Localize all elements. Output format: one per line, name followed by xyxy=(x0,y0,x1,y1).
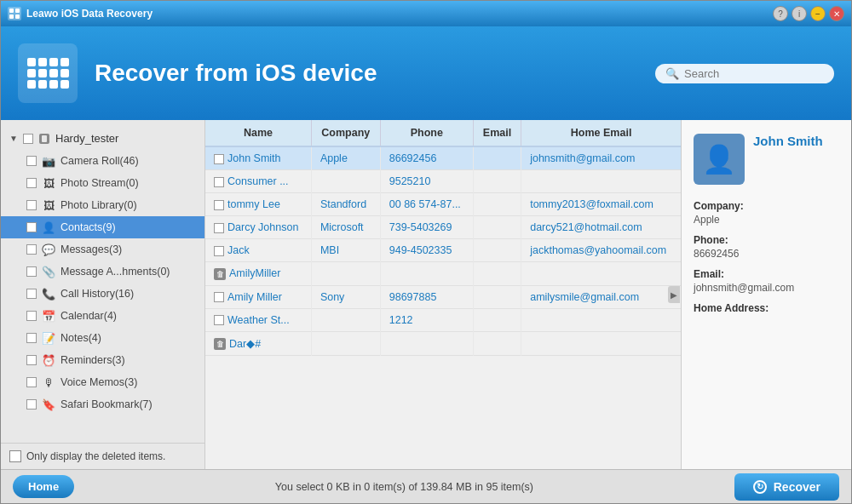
row-checkbox[interactable] xyxy=(214,292,224,302)
info-button[interactable]: i xyxy=(792,6,807,21)
item-checkbox-contacts[interactable] xyxy=(26,222,37,232)
avatar-icon: 👤 xyxy=(702,143,736,175)
cell-name: Darcy Johnson xyxy=(205,216,311,239)
cell-phone: 1212 xyxy=(380,308,473,331)
item-checkbox-voice-memos[interactable] xyxy=(26,377,37,387)
root-checkbox[interactable] xyxy=(23,134,33,144)
row-checkbox[interactable] xyxy=(214,154,224,164)
row-checkbox[interactable] xyxy=(214,315,224,325)
search-input[interactable] xyxy=(684,67,820,80)
sidebar-item-contacts[interactable]: 👤 Contacts(9) xyxy=(1,216,204,238)
recover-button[interactable]: ↻ Recover xyxy=(734,473,839,501)
status-text: You select 0 KB in 0 item(s) of 139.84 M… xyxy=(74,481,734,493)
item-label-camera-roll: Camera Roll(46) xyxy=(60,155,139,167)
item-checkbox-message-attachments[interactable] xyxy=(26,266,37,277)
cell-email xyxy=(473,170,521,193)
sidebar-item-camera-roll[interactable]: 📷 Camera Roll(46) xyxy=(1,150,204,172)
item-checkbox-photo-stream[interactable] xyxy=(26,178,37,188)
sidebar-item-photo-stream[interactable]: 🖼 Photo Stream(0) xyxy=(1,172,204,194)
home-button[interactable]: Home xyxy=(13,475,74,498)
sidebar-item-message-attachments[interactable]: 📎 Message A...hments(0) xyxy=(1,261,204,283)
cell-company: Standford xyxy=(311,193,380,216)
item-checkbox-reminders[interactable] xyxy=(26,355,37,365)
title-bar-left: Leawo iOS Data Recovery xyxy=(8,7,153,20)
detail-company-value: Apple xyxy=(694,214,720,226)
cell-home-email: jackthomas@yahoomail.com xyxy=(521,239,681,262)
item-icon-notes: 📝 xyxy=(42,331,55,345)
sidebar-item-messages[interactable]: 💬 Messages(3) xyxy=(1,238,204,261)
sidebar-item-photo-library[interactable]: 🖼 Photo Library(0) xyxy=(1,194,204,216)
content-area: Name Company Phone Email Home Email John… xyxy=(205,120,681,469)
cell-name: John Smith xyxy=(205,146,311,170)
detail-email-value: johnsmith@gmail.com xyxy=(694,282,794,294)
table-row[interactable]: 🗑Dar◆# xyxy=(205,331,681,356)
row-checkbox[interactable] xyxy=(214,200,224,210)
cell-phone: 9525210 xyxy=(380,170,473,193)
item-icon-camera-roll: 📷 xyxy=(42,154,55,168)
table-row[interactable]: Weather St... 1212 xyxy=(205,308,681,331)
item-checkbox-calendar[interactable] xyxy=(26,311,37,321)
item-checkbox-safari-bookmark[interactable] xyxy=(26,399,37,410)
cell-email xyxy=(473,193,521,216)
minimize-button[interactable]: − xyxy=(810,6,826,21)
deleted-items-label: Only display the deleted items. xyxy=(26,450,165,462)
svg-rect-6 xyxy=(42,135,47,142)
item-icon-calendar: 📅 xyxy=(42,309,55,323)
table-row[interactable]: Consumer ... 9525210 xyxy=(205,170,681,193)
panel-toggle[interactable]: ▶ xyxy=(668,286,680,303)
item-label-notes: Notes(4) xyxy=(60,332,101,344)
tree-arrow: ▼ xyxy=(9,134,18,143)
row-checkbox[interactable] xyxy=(214,246,224,256)
sidebar-item-calendar[interactable]: 📅 Calendar(4) xyxy=(1,305,204,327)
item-label-messages: Messages(3) xyxy=(60,243,122,255)
sidebar-root-device[interactable]: ▼ Hardy_tester xyxy=(1,127,204,150)
table-row[interactable]: JackMBI 949-4502335 jackthomas@yahoomail… xyxy=(205,239,681,262)
content-wrapper: Name Company Phone Email Home Email John… xyxy=(205,120,851,469)
item-icon-messages: 💬 xyxy=(42,243,55,256)
col-header-name: Name xyxy=(205,120,311,146)
item-label-photo-library: Photo Library(0) xyxy=(60,199,137,211)
table-area: Name Company Phone Email Home Email John… xyxy=(205,120,681,469)
sidebar-item-notes[interactable]: 📝 Notes(4) xyxy=(1,327,204,349)
sidebar-item-reminders[interactable]: ⏰ Reminders(3) xyxy=(1,349,204,371)
row-checkbox[interactable] xyxy=(214,223,224,233)
item-checkbox-notes[interactable] xyxy=(26,333,37,343)
sidebar-item-call-history[interactable]: 📞 Call History(16) xyxy=(1,283,204,305)
sidebar-item-voice-memos[interactable]: 🎙 Voice Memos(3) xyxy=(1,371,204,393)
cell-name: Amily Miller xyxy=(205,285,311,308)
cell-home-email: amilysmile@gmail.com xyxy=(521,285,681,308)
table-row[interactable]: tommy LeeStandford 00 86 574-87... tommy… xyxy=(205,193,681,216)
svg-rect-1 xyxy=(9,9,14,13)
item-checkbox-camera-roll[interactable] xyxy=(26,156,37,166)
table-row[interactable]: Amily MillerSony 98697885 amilysmile@gma… xyxy=(205,285,681,308)
table-row[interactable]: Darcy JohnsonMicrosoft 739-5403269 darcy… xyxy=(205,216,681,239)
detail-panel: 👤 John Smith Company: Apple Phone: 86692… xyxy=(681,120,851,469)
item-label-photo-stream: Photo Stream(0) xyxy=(60,177,139,189)
sidebar-items: 📷 Camera Roll(46) 🖼 Photo Stream(0) 🖼 Ph… xyxy=(1,150,204,415)
row-checkbox[interactable] xyxy=(214,177,224,187)
cell-company: Sony xyxy=(311,285,380,308)
deleted-icon: 🗑 xyxy=(214,268,226,280)
item-label-safari-bookmark: Safari Bookmark(7) xyxy=(60,398,153,410)
sidebar-item-safari-bookmark[interactable]: 🔖 Safari Bookmark(7) xyxy=(1,393,204,415)
search-icon: 🔍 xyxy=(665,67,679,80)
item-checkbox-messages[interactable] xyxy=(26,244,37,255)
table-row[interactable]: John SmithApple 86692456 johnsmith@gmail… xyxy=(205,146,681,170)
svg-rect-4 xyxy=(15,14,20,19)
item-checkbox-photo-library[interactable] xyxy=(26,200,37,210)
recover-icon: ↻ xyxy=(753,480,767,494)
recover-label: Recover xyxy=(774,480,820,494)
cell-home-email: tommy2013@foxmail.com xyxy=(521,193,681,216)
item-icon-message-attachments: 📎 xyxy=(42,265,55,278)
item-label-calendar: Calendar(4) xyxy=(60,310,117,322)
item-icon-photo-library: 🖼 xyxy=(42,198,55,212)
table-row[interactable]: 🗑AmilyMiller xyxy=(205,262,681,286)
help-button[interactable]: ? xyxy=(773,6,788,21)
item-icon-call-history: 📞 xyxy=(42,287,55,301)
item-checkbox-call-history[interactable] xyxy=(26,289,37,299)
cell-phone xyxy=(380,262,473,286)
header: Recover from iOS device 🔍 xyxy=(1,26,851,120)
detail-email-label: Email: xyxy=(694,268,724,280)
deleted-items-checkbox[interactable] xyxy=(9,450,21,462)
close-button[interactable]: ✕ xyxy=(829,6,844,21)
